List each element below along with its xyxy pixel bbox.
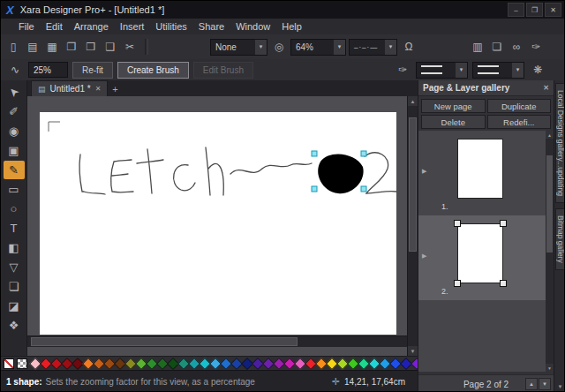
stroke-style-preview	[478, 65, 499, 74]
smart-shapes-tool[interactable]: ◉	[4, 122, 25, 140]
stroke-width-preview	[421, 65, 442, 74]
open-file-icon[interactable]: ▤	[24, 38, 41, 56]
document-icon: ▤	[38, 85, 46, 94]
stroke-width-dropdown[interactable]: ▾	[416, 62, 468, 79]
scrollbar-thumb[interactable]	[546, 155, 553, 253]
scroll-down-icon[interactable]: ▼	[546, 364, 554, 372]
toolbar1-left-icons: ▯▤▦❐❒❑✂	[4, 38, 139, 56]
next-page-icon[interactable]: ▼	[539, 378, 551, 390]
previous-page-icon[interactable]: ▲	[525, 378, 538, 390]
shadow-tool[interactable]: ❏	[4, 277, 25, 296]
strip-scroll-down-icon[interactable]: ▼	[558, 384, 563, 389]
ellipse-tool[interactable]: ○	[4, 200, 25, 218]
no-color-swatch[interactable]	[4, 358, 14, 369]
gallery-scrollbar[interactable]: ▲ ▼	[546, 131, 554, 372]
cursor-coordinates: 14,21, 17,64cm	[344, 377, 405, 387]
rectangle-tool[interactable]: ▭	[4, 180, 25, 199]
delete-button[interactable]: Delete	[421, 115, 486, 129]
fill-tool[interactable]: ◧	[4, 238, 25, 257]
new-tab-button[interactable]: +	[108, 82, 122, 96]
menu-item-window[interactable]: Window	[230, 20, 275, 33]
pushpin-icon[interactable]: ✑	[527, 38, 545, 56]
page-row[interactable]: ▶1.	[418, 131, 546, 215]
style-dropdown-value: None	[215, 42, 237, 52]
canvas-area[interactable]: ▲ ▼	[27, 96, 418, 356]
scrollbar-thumb[interactable]	[31, 337, 298, 346]
document-page[interactable]	[40, 112, 396, 335]
color-line-gallery-icon[interactable]: ▥	[469, 38, 486, 56]
page-thumbnail[interactable]	[457, 139, 503, 199]
main-toolbar: ▯▤▦❐❒❑✂ None▾ ◎ 64%▾ –·–·—▾ Ω ▥❏∞✑	[1, 34, 564, 60]
freehand-tool[interactable]: ✎	[4, 161, 25, 179]
selector-tool[interactable]: ➤	[4, 83, 25, 102]
toolbar-separator	[145, 39, 148, 55]
crosshair-icon: ✛	[332, 376, 340, 388]
style-dropdown[interactable]: None▾	[210, 39, 267, 56]
page-row[interactable]: ▶2.	[418, 215, 546, 300]
page-layer-gallery: Page & Layer gallery ✕ New pageDuplicate…	[418, 80, 554, 392]
tab-bitmap-gallery[interactable]: Bitmap gallery	[555, 208, 565, 270]
menu-item-edit[interactable]: Edit	[41, 20, 68, 33]
vertical-scrollbar[interactable]: ▲ ▼	[407, 96, 418, 356]
new-page-button[interactable]: New page	[421, 99, 486, 113]
tab-close-icon[interactable]: ✕	[95, 85, 102, 93]
chevron-down-icon: ▾	[334, 40, 345, 55]
new-document-icon[interactable]: ▯	[4, 38, 22, 56]
smoothing-field[interactable]: 25%	[28, 62, 68, 78]
transparent-swatch[interactable]	[17, 358, 27, 369]
scrollbar-thumb[interactable]	[409, 117, 417, 252]
color-swatch[interactable]	[411, 357, 418, 369]
clipart-gallery-icon[interactable]: ❏	[488, 38, 506, 56]
minimize-button[interactable]: –	[508, 3, 524, 17]
freehand-drawing	[40, 112, 396, 335]
maximize-button[interactable]: ❐	[526, 3, 543, 17]
blend-tool[interactable]: ❖	[4, 316, 25, 335]
chevron-down-icon: ▾	[456, 63, 467, 78]
menu-item-file[interactable]: File	[13, 20, 40, 33]
zoom-level-combo[interactable]: 64%▾	[290, 39, 346, 56]
photo-tool[interactable]: ▣	[4, 141, 25, 160]
scroll-up-icon[interactable]: ▲	[408, 96, 418, 106]
scroll-up-icon[interactable]: ▲	[546, 131, 554, 139]
scroll-down-icon[interactable]: ▼	[408, 346, 418, 356]
bevel-tool[interactable]: ◪	[4, 297, 25, 315]
create-brush-button[interactable]: Create Brush	[117, 62, 189, 79]
document-tab[interactable]: ▤ Untitled1 * ✕	[31, 80, 108, 96]
shape-editor-tool[interactable]: ✐	[4, 102, 25, 121]
menu-item-insert[interactable]: Insert	[115, 20, 150, 33]
zoom-tool-icon[interactable]: ◎	[270, 38, 288, 56]
brush-shape-icon[interactable]: ✑	[394, 61, 411, 79]
menu-item-help[interactable]: Help	[276, 20, 307, 33]
tab-local-designs-gallery[interactable]: Local Designs gallery...updating	[555, 83, 565, 203]
text-tool[interactable]: T	[4, 219, 25, 237]
stroke-style-dropdown[interactable]: ▾	[472, 62, 524, 79]
freehand-infobar: ∿ 25% Re-fit Create Brush Edit Brush ✑ ▾…	[1, 59, 564, 81]
line-gallery-dropdown[interactable]: –·–·—▾	[349, 39, 397, 56]
duplicate-button[interactable]: Duplicate	[487, 99, 552, 113]
horizontal-scrollbar[interactable]	[27, 335, 408, 347]
export-icon[interactable]: ❒	[82, 38, 100, 56]
expander-icon[interactable]: ▶	[422, 168, 426, 175]
menu-item-utilities[interactable]: Utilities	[150, 20, 192, 33]
copy-icon[interactable]: ❑	[102, 38, 119, 56]
chevron-down-icon: ▾	[255, 40, 267, 55]
feather-icon[interactable]: ❋	[529, 61, 546, 79]
page-thumbnail[interactable]	[457, 223, 503, 283]
chevron-down-icon: ▾	[385, 40, 396, 55]
menu-item-arrange[interactable]: Arrange	[69, 20, 114, 33]
gallery-header[interactable]: Page & Layer gallery ✕	[418, 80, 554, 96]
cut-icon[interactable]: ✂	[121, 38, 139, 56]
redefine-button[interactable]: Redefi...	[487, 115, 552, 129]
expander-icon[interactable]: ▶	[422, 253, 426, 260]
save-icon[interactable]: ▦	[43, 38, 61, 56]
link-icon[interactable]: ∞	[508, 38, 525, 56]
import-icon[interactable]: ❐	[63, 38, 80, 56]
menu-item-share[interactable]: Share	[193, 20, 230, 33]
transparency-tool[interactable]: ▽	[4, 258, 25, 276]
edit-brush-button[interactable]: Edit Brush	[193, 62, 253, 79]
selection-handle	[500, 280, 507, 287]
symbol-button[interactable]: Ω	[400, 38, 418, 56]
close-button[interactable]: ✕	[545, 3, 561, 17]
gallery-close-icon[interactable]: ✕	[543, 84, 549, 92]
refit-button[interactable]: Re-fit	[72, 62, 113, 79]
